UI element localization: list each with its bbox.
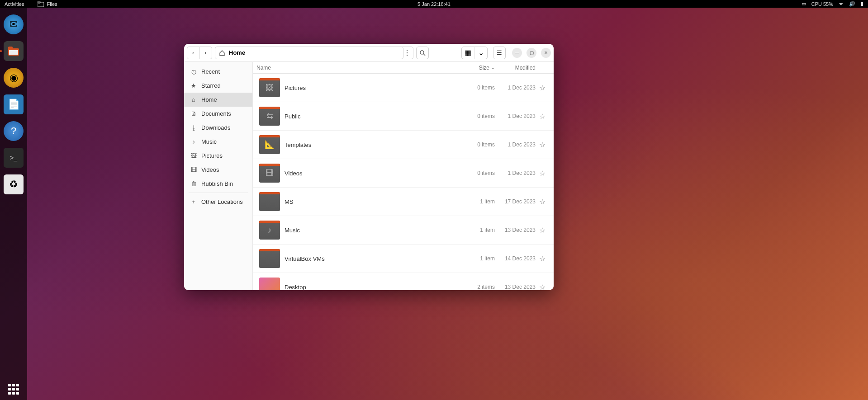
- file-size: 1 item: [463, 227, 495, 233]
- file-size: 2 items: [463, 284, 495, 290]
- battery-icon[interactable]: ▮: [861, 1, 863, 7]
- dock-libreoffice-writer[interactable]: 📄: [4, 94, 24, 114]
- file-modified: 1 Dec 2023: [495, 141, 536, 148]
- star-button[interactable]: ☆: [536, 283, 549, 291]
- sidebar-item-rubbish-bin[interactable]: 🗑Rubbish Bin: [184, 177, 252, 191]
- file-size: 1 item: [463, 255, 495, 262]
- sidebar-item-starred[interactable]: ★Starred: [184, 79, 252, 93]
- sidebar-item-home[interactable]: ⌂Home: [184, 93, 252, 107]
- col-size[interactable]: Size ⌄: [463, 65, 495, 71]
- titlebar: ‹ › Home ⋮ ▦ ⌄ ☰ — ▢ ✕: [184, 44, 554, 62]
- table-row[interactable]: ♪Music1 item13 Dec 2023☆: [253, 216, 554, 245]
- star-button[interactable]: ☆: [536, 112, 549, 121]
- file-size: 0 items: [463, 85, 495, 91]
- star-icon: ★: [190, 82, 197, 89]
- col-name[interactable]: Name: [253, 65, 463, 71]
- top-bar: Activities Files 5 Jan 22:18:41 ▭ CPU 55…: [0, 0, 868, 8]
- svg-point-5: [420, 51, 424, 54]
- file-modified: 1 Dec 2023: [495, 170, 536, 176]
- file-modified: 13 Dec 2023: [495, 227, 536, 233]
- sidebar-item-label: Starred: [201, 82, 221, 89]
- dock-help[interactable]: ?: [4, 121, 24, 141]
- list-view-button[interactable]: ☰: [493, 47, 506, 59]
- sidebar-item-other-locations[interactable]: +Other Locations: [184, 195, 252, 209]
- table-row[interactable]: ⇆Public0 items1 Dec 2023☆: [253, 102, 554, 131]
- sidebar-item-music[interactable]: ♪Music: [184, 135, 252, 149]
- sidebar-item-recent[interactable]: ◷Recent: [184, 65, 252, 79]
- folder-icon: 🖼: [259, 78, 280, 97]
- folder-icon: ⇆: [259, 107, 280, 126]
- folder-icon: [38, 1, 44, 7]
- sidebar-item-label: Recent: [201, 68, 220, 75]
- clock[interactable]: 5 Jan 22:18:41: [417, 1, 451, 7]
- file-size: 0 items: [463, 170, 495, 176]
- path-menu-button[interactable]: ⋮: [401, 47, 413, 59]
- sidebar-item-label: Pictures: [201, 152, 223, 159]
- path-bar[interactable]: Home: [215, 47, 403, 59]
- dock: ✉ ◉ 📄 ? >_ ♻: [0, 8, 27, 400]
- maximize-button[interactable]: ▢: [526, 48, 536, 58]
- file-modified: 1 Dec 2023: [495, 113, 536, 119]
- back-button[interactable]: ‹: [187, 47, 199, 59]
- star-button[interactable]: ☆: [536, 254, 549, 263]
- search-button[interactable]: [416, 47, 429, 59]
- grid-view-button[interactable]: ▦: [462, 47, 474, 59]
- star-button[interactable]: ☆: [536, 84, 549, 92]
- dock-rhythmbox[interactable]: ◉: [4, 68, 24, 88]
- table-row[interactable]: MS1 item17 Dec 2023☆: [253, 188, 554, 216]
- table-row[interactable]: Desktop2 items13 Dec 2023☆: [253, 273, 554, 290]
- sidebar-item-videos[interactable]: 🎞Videos: [184, 163, 252, 177]
- table-row[interactable]: 🖼Pictures0 items1 Dec 2023☆: [253, 74, 554, 102]
- folder-icon: 📐: [259, 135, 280, 154]
- files-menu[interactable]: Files: [38, 1, 57, 7]
- sidebar-item-downloads[interactable]: ⭳Downloads: [184, 121, 252, 135]
- file-name: Desktop: [285, 284, 463, 291]
- minimize-button[interactable]: —: [512, 48, 522, 58]
- tray-icon[interactable]: ▭: [802, 1, 806, 7]
- home-icon: [219, 50, 225, 56]
- sidebar-item-pictures[interactable]: 🖼Pictures: [184, 149, 252, 163]
- file-modified: 14 Dec 2023: [495, 255, 536, 262]
- table-row[interactable]: VirtualBox VMs1 item14 Dec 2023☆: [253, 245, 554, 273]
- down-icon: ⭳: [190, 124, 197, 131]
- sidebar-item-label: Home: [201, 96, 217, 103]
- star-button[interactable]: ☆: [536, 169, 549, 178]
- sidebar: ◷Recent★Starred⌂Home🗎Documents⭳Downloads…: [184, 62, 253, 290]
- dock-thunderbird[interactable]: ✉: [4, 14, 24, 34]
- files-menu-label: Files: [47, 1, 57, 7]
- cpu-indicator[interactable]: CPU 55%: [811, 1, 833, 7]
- file-modified: 1 Dec 2023: [495, 85, 536, 91]
- files-window: ‹ › Home ⋮ ▦ ⌄ ☰ — ▢ ✕ ◷Recent★Starred⌂H…: [184, 44, 554, 290]
- folder-icon: [259, 192, 280, 211]
- file-list: Name Size ⌄ Modified 🖼Pictures0 items1 D…: [253, 62, 554, 290]
- close-button[interactable]: ✕: [541, 48, 551, 58]
- vid-icon: 🎞: [190, 166, 197, 173]
- volume-icon[interactable]: 🔊: [849, 1, 855, 7]
- star-button[interactable]: ☆: [536, 141, 549, 149]
- network-icon[interactable]: ⏷: [839, 1, 844, 7]
- dock-trash[interactable]: ♻: [4, 174, 24, 194]
- dock-files[interactable]: [4, 41, 24, 61]
- file-size: 0 items: [463, 141, 495, 148]
- sidebar-item-label: Documents: [201, 110, 231, 117]
- dock-terminal[interactable]: >_: [4, 148, 24, 168]
- file-name: Public: [285, 113, 463, 120]
- home-icon: ⌂: [190, 96, 197, 103]
- sidebar-item-documents[interactable]: 🗎Documents: [184, 107, 252, 121]
- table-row[interactable]: 🎞Videos0 items1 Dec 2023☆: [253, 159, 554, 188]
- sidebar-item-label: Downloads: [201, 124, 230, 131]
- col-modified[interactable]: Modified: [495, 65, 536, 71]
- forward-button[interactable]: ›: [199, 47, 212, 59]
- star-button[interactable]: ☆: [536, 198, 549, 206]
- file-name: Templates: [285, 141, 463, 148]
- star-button[interactable]: ☆: [536, 226, 549, 235]
- file-name: MS: [285, 198, 463, 205]
- file-modified: 17 Dec 2023: [495, 198, 536, 205]
- dock-show-applications[interactable]: [0, 384, 27, 395]
- activities-button[interactable]: Activities: [5, 1, 24, 7]
- file-name: VirtualBox VMs: [285, 255, 463, 262]
- doc-icon: 🗎: [190, 110, 197, 117]
- table-row[interactable]: 📐Templates0 items1 Dec 2023☆: [253, 131, 554, 159]
- view-options-button[interactable]: ⌄: [474, 47, 487, 59]
- svg-rect-4: [9, 50, 18, 55]
